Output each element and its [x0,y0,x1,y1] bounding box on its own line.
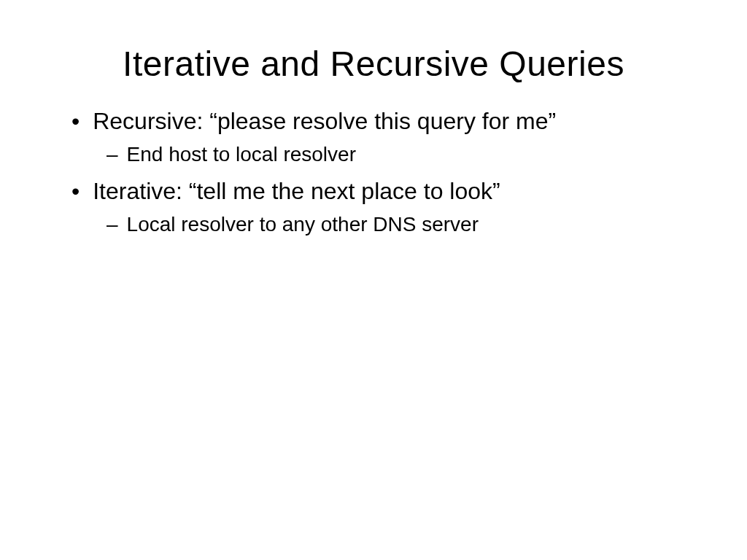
sub-bullet-text: End host to local resolver [127,141,356,168]
bullet-text: Recursive: “please resolve this query fo… [93,106,556,136]
bullet-item: • Iterative: “tell me the next place to … [71,176,696,206]
bullet-item: • Recursive: “please resolve this query … [71,106,696,136]
slide-content: • Recursive: “please resolve this query … [51,106,696,238]
sub-bullet-marker-icon: – [107,141,118,168]
slide-title: Iterative and Recursive Queries [51,44,696,84]
sub-bullet-item: – Local resolver to any other DNS server [107,211,696,238]
bullet-text: Iterative: “tell me the next place to lo… [93,176,500,206]
bullet-marker-icon: • [71,106,80,136]
sub-bullet-item: – End host to local resolver [107,141,696,168]
sub-bullet-text: Local resolver to any other DNS server [127,211,479,238]
bullet-marker-icon: • [71,176,80,206]
sub-bullet-marker-icon: – [107,211,118,238]
